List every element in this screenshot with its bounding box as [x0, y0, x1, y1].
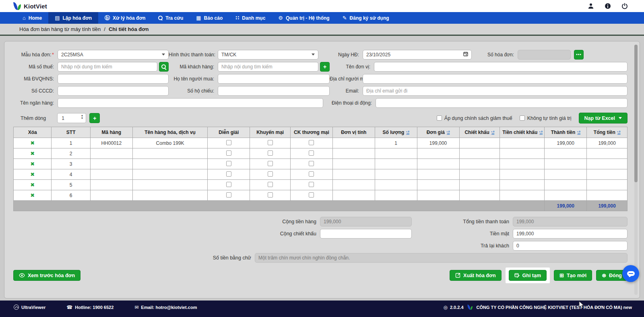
preview-invoice-button[interactable]: Xem trước hóa đơn — [13, 270, 80, 281]
company-name: CÔNG TY CỔ PHẦN CÔNG NGHỆ KIOTVIET (TEST… — [477, 305, 632, 310]
decimal-format-icon[interactable]: +.0.00 — [617, 130, 621, 135]
col-ck-thuong-mai: CK thương mại — [291, 127, 333, 138]
budget-code-label: Mã ĐVQHNS: — [13, 76, 58, 82]
export-invoice-button[interactable]: Xuất hóa đơn — [450, 270, 501, 281]
decimal-format-icon[interactable]: +.0.00 — [539, 130, 543, 135]
tax-code-search-button[interactable] — [159, 62, 169, 72]
passport-input[interactable] — [218, 86, 330, 96]
gear-icon: ⚙ — [278, 15, 283, 21]
unit-name-label: Tên đơn vị: — [330, 64, 374, 70]
nav-item-bao-cao[interactable]: ▦ Báo cáo — [190, 12, 229, 24]
discount-total-input[interactable] — [320, 229, 412, 239]
khuyen-mai-checkbox[interactable] — [268, 140, 273, 145]
no-auto-calc-checkbox[interactable]: Không tự tính giá trị — [520, 115, 572, 121]
ck-thuong-mai-checkbox[interactable] — [309, 182, 314, 187]
ck-thuong-mai-checkbox[interactable] — [309, 140, 314, 145]
invoice-date-input[interactable]: 23/10/2025 — [363, 50, 472, 60]
invoice-template-select[interactable]: 2C25MSA — [58, 50, 169, 60]
power-icon[interactable] — [621, 3, 628, 9]
budget-code-input[interactable] — [58, 74, 169, 84]
decimal-format-icon[interactable]: +.0.00 — [577, 130, 580, 135]
bank-name-input[interactable] — [58, 98, 323, 108]
ellipsis-icon: ••• — [576, 53, 582, 57]
unit-name-input[interactable] — [374, 62, 627, 72]
dien-giai-checkbox[interactable] — [226, 161, 231, 166]
email-input[interactable] — [363, 86, 627, 96]
ck-thuong-mai-checkbox[interactable] — [309, 161, 314, 166]
khuyen-mai-checkbox[interactable] — [268, 150, 273, 156]
delete-row-icon[interactable]: ✖ — [30, 192, 35, 198]
kiotviet-logo-icon — [14, 2, 21, 10]
user-account-icon[interactable] — [588, 3, 594, 9]
cash-label: Tiền mặt — [447, 231, 513, 237]
breadcrumb-parent[interactable]: Hóa đơn bán hàng từ máy tính tiền — [19, 26, 101, 32]
eye-icon — [19, 273, 25, 278]
add-customer-button[interactable]: + — [320, 62, 330, 72]
id-card-label: Số CCCD: — [13, 88, 58, 94]
create-new-button[interactable]: ⊞ Tạo mới — [554, 270, 592, 281]
mobile-phone-input[interactable] — [376, 98, 627, 108]
nav-item-dang-ky[interactable]: ✎ Đăng ký sử dụng — [336, 12, 396, 24]
discount-total-label: Cộng chiết khấu — [192, 231, 320, 237]
ck-thuong-mai-checkbox[interactable] — [309, 150, 314, 156]
nav-item-home[interactable]: ⌂ Home — [16, 12, 48, 24]
phone-icon: ☎ — [66, 305, 72, 310]
delete-row-icon[interactable]: ✖ — [30, 140, 35, 146]
decimal-format-icon[interactable]: +.0.00 — [406, 130, 409, 135]
buyer-name-input[interactable] — [218, 74, 330, 84]
delete-row-icon[interactable]: ✖ — [30, 161, 35, 167]
ck-thuong-mai-checkbox[interactable] — [309, 171, 314, 177]
table-row: ✖ 5 — [14, 180, 627, 190]
payment-method-select[interactable]: TM/CK — [218, 50, 318, 60]
version-icon: ◎ — [443, 305, 447, 310]
register-pencil-icon: ✎ — [343, 15, 347, 21]
breadcrumb-separator: / — [104, 26, 105, 32]
dien-giai-checkbox[interactable] — [226, 140, 231, 145]
delete-row-icon[interactable]: ✖ — [30, 150, 35, 156]
dien-giai-checkbox[interactable] — [226, 171, 231, 177]
dien-giai-checkbox[interactable] — [226, 150, 231, 156]
change-input[interactable] — [513, 241, 627, 251]
nav-item-lap-hoa-don[interactable]: ▤ Lập hóa đơn — [48, 12, 98, 24]
nav-item-danh-muc[interactable]: ∷ Danh mục — [229, 12, 272, 24]
tax-reduction-checkbox[interactable]: Áp dụng chính sách giảm thuế — [437, 115, 512, 121]
ck-thuong-mai-checkbox[interactable] — [309, 192, 314, 198]
import-excel-button[interactable]: Nạp từ Excel — [579, 113, 627, 124]
support-email: ✉ Email: hotro@kiotviet.com — [134, 305, 197, 310]
invoice-create-icon: ▤ — [55, 15, 60, 21]
add-rows-button[interactable]: + — [89, 113, 100, 123]
buyer-address-input[interactable] — [363, 74, 627, 84]
id-card-input[interactable] — [58, 86, 169, 96]
delete-row-icon[interactable]: ✖ — [30, 171, 35, 177]
col-don-vi-tinh: Đơn vị tính — [332, 127, 375, 138]
nav-item-quan-tri[interactable]: ⚙ Quản trị - Hệ thống — [272, 12, 336, 24]
chevron-down-icon — [312, 54, 315, 56]
invoice-date-label: Ngày HĐ: — [318, 52, 363, 58]
decimal-format-icon[interactable]: +.0.00 — [446, 130, 450, 135]
table-row: ✖ 4 — [14, 169, 627, 180]
tax-code-input[interactable] — [58, 62, 157, 72]
khuyen-mai-checkbox[interactable] — [268, 171, 273, 177]
khuyen-mai-checkbox[interactable] — [268, 192, 273, 198]
scrollbar-thumb[interactable] — [634, 45, 638, 182]
delete-row-icon[interactable]: ✖ — [30, 182, 35, 188]
card-scrollbar[interactable] — [634, 45, 638, 295]
col-dien-giai: Diễn giải — [208, 127, 250, 138]
decimal-format-icon[interactable]: +.0.00 — [491, 130, 495, 135]
stepper-down-icon: ▼ — [81, 117, 83, 120]
chat-widget-button[interactable] — [622, 265, 639, 282]
save-temp-button[interactable]: Ghi tạm — [509, 270, 547, 281]
khuyen-mai-checkbox[interactable] — [268, 182, 273, 187]
cash-input[interactable] — [513, 229, 627, 239]
customer-code-input[interactable] — [218, 62, 318, 72]
calendar-icon[interactable] — [463, 51, 468, 58]
dien-giai-checkbox[interactable] — [226, 192, 231, 198]
row-count-stepper[interactable]: ▲ ▼ — [57, 113, 86, 123]
khuyen-mai-checkbox[interactable] — [268, 161, 273, 166]
col-so-luong: Số lượng+.0.00 — [375, 127, 417, 138]
nav-item-tra-cuu[interactable]: Tra cứu — [152, 12, 190, 24]
nav-item-xu-ly-hoa-don[interactable]: ⓑ Xử lý hóa đơn — [98, 12, 152, 24]
invoice-number-more-button[interactable]: ••• — [574, 50, 584, 60]
info-icon[interactable] — [605, 3, 611, 9]
dien-giai-checkbox[interactable] — [226, 182, 231, 187]
